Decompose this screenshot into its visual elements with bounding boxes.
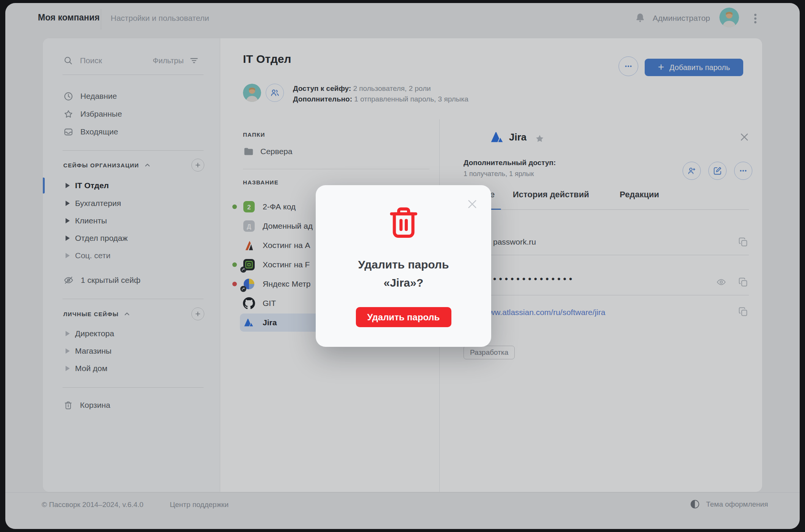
modal-title-line2: «Jira»? bbox=[316, 274, 491, 292]
modal-title: Удалить пароль «Jira»? bbox=[316, 256, 491, 292]
delete-password-modal: Удалить пароль «Jira»? Удалить пароль bbox=[316, 185, 491, 347]
confirm-delete-button[interactable]: Удалить пароль bbox=[356, 307, 451, 327]
delete-trash-icon bbox=[385, 204, 422, 243]
modal-close-icon[interactable] bbox=[466, 198, 478, 210]
app-window: Моя компания Настройки и пользователи Ад… bbox=[5, 3, 800, 529]
modal-title-line1: Удалить пароль bbox=[316, 256, 491, 274]
